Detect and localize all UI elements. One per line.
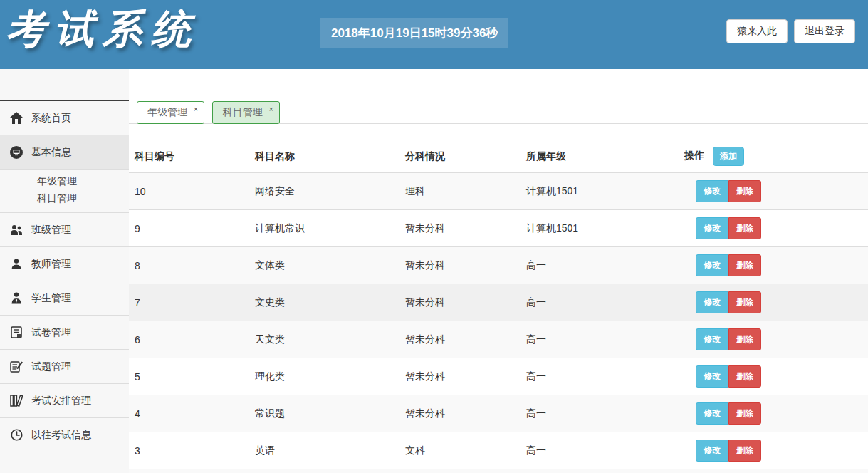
cell-subject-id: 9: [129, 210, 249, 247]
sidebar-item-student[interactable]: 学生管理: [0, 281, 129, 316]
sidebar-item-history-clock[interactable]: 以往考试信息: [0, 418, 129, 452]
cell-grade: 高一: [521, 247, 679, 284]
cell-subject-id: 8: [129, 247, 249, 284]
table-panel: 科目编号科目名称分科情况所属年级操作添加 10网络安全理科计算机1501修改删除…: [129, 124, 868, 473]
table-row: 9计算机常识暂未分科计算机1501修改删除: [129, 210, 868, 247]
delete-button[interactable]: 删除: [728, 402, 761, 425]
sidebar-subitem[interactable]: 科目管理: [0, 190, 129, 207]
delete-button[interactable]: 删除: [728, 440, 761, 462]
table-row: 10网络安全理科计算机1501修改删除: [129, 172, 868, 210]
sidebar-item-basic-info[interactable]: 基本信息: [0, 135, 129, 170]
cell-subject-id: 2: [129, 469, 249, 473]
app-header: 考试系统 2018年10月19日15时39分36秒 猿来入此 退出登录: [0, 0, 868, 69]
cell-actions: 修改删除: [679, 247, 868, 284]
class-group-icon: [9, 224, 24, 236]
table-header-row: 科目编号科目名称分科情况所属年级操作添加: [129, 141, 868, 172]
cell-division: 理科: [399, 172, 521, 210]
cell-subject-id: 6: [129, 321, 249, 358]
cell-actions: 修改删除: [679, 432, 868, 469]
question-edit-icon: [9, 360, 24, 373]
sidebar-item-question-edit[interactable]: 试题管理: [0, 350, 129, 384]
cell-subject-name: 理化类: [249, 358, 399, 395]
tab-科目管理[interactable]: 科目管理×: [212, 101, 280, 124]
subjects-table: 科目编号科目名称分科情况所属年级操作添加 10网络安全理科计算机1501修改删除…: [129, 141, 868, 473]
home-icon: [9, 112, 24, 124]
tab-bar: 年级管理×科目管理×: [129, 101, 868, 124]
teacher-icon: [9, 259, 24, 270]
table-row: 6天文类暂未分科高一修改删除: [129, 321, 868, 358]
add-button[interactable]: 添加: [713, 147, 744, 166]
delete-button[interactable]: 删除: [728, 254, 761, 276]
sidebar-item-class-group[interactable]: 班级管理: [0, 213, 129, 247]
cell-grade: 高一: [521, 395, 679, 432]
sidebar-item-exam-paper[interactable]: 试卷管理: [0, 316, 129, 350]
action-button-group: 修改删除: [696, 254, 761, 276]
cell-subject-name: 文体类: [249, 247, 399, 284]
sidebar-item-label: 试题管理: [31, 360, 71, 373]
sidebar-item-label: 系统首页: [31, 112, 71, 125]
cell-division: 暂未分科: [399, 284, 521, 321]
cell-actions: 修改删除: [679, 321, 868, 358]
cell-grade: 高一: [521, 321, 679, 358]
cell-subject-id: 5: [129, 358, 249, 395]
edit-button[interactable]: 修改: [696, 254, 728, 276]
edit-button[interactable]: 修改: [696, 402, 728, 425]
tab-label: 科目管理: [223, 106, 263, 118]
cell-grade: 高一: [521, 432, 679, 469]
cell-grade: 高一: [521, 284, 679, 321]
delete-button[interactable]: 删除: [728, 180, 761, 202]
header-buttons: 猿来入此 退出登录: [726, 19, 855, 43]
tab-close-icon[interactable]: ×: [269, 106, 273, 113]
tab-close-icon[interactable]: ×: [194, 106, 198, 113]
sidebar-item-label: 试卷管理: [31, 326, 71, 339]
action-button-group: 修改删除: [696, 328, 761, 350]
table-row: 2数学暂未分科高二修改删除: [129, 469, 868, 473]
edit-button[interactable]: 修改: [696, 217, 728, 239]
column-header-1: 科目编号: [129, 141, 249, 172]
logout-button[interactable]: 退出登录: [794, 19, 855, 43]
sidebar: 系统首页基本信息年级管理科目管理班级管理教师管理学生管理试卷管理试题管理考试安排…: [0, 69, 129, 473]
action-button-group: 修改删除: [696, 365, 761, 388]
sidebar-submenu: 年级管理科目管理: [0, 170, 129, 213]
cell-actions: 修改删除: [679, 395, 868, 432]
action-button-group: 修改删除: [696, 180, 761, 202]
cell-actions: 修改删除: [679, 172, 868, 210]
cell-division: 文科: [399, 432, 521, 469]
sidebar-item-books[interactable]: 考试安排管理: [0, 384, 129, 418]
sidebar-item-label: 班级管理: [31, 224, 71, 236]
cell-division: 暂未分科: [399, 395, 521, 432]
cell-actions: 修改删除: [679, 210, 868, 247]
edit-button[interactable]: 修改: [696, 440, 728, 462]
edit-button[interactable]: 修改: [696, 291, 728, 313]
sidebar-item-teacher[interactable]: 教师管理: [0, 247, 129, 281]
cell-subject-name: 网络安全: [249, 172, 399, 210]
page-layout: 系统首页基本信息年级管理科目管理班级管理教师管理学生管理试卷管理试题管理考试安排…: [0, 69, 868, 473]
tab-年级管理[interactable]: 年级管理×: [137, 101, 204, 124]
main-content: 年级管理×科目管理× 科目编号科目名称分科情况所属年级操作添加 10网络安全理科…: [129, 69, 868, 473]
delete-button[interactable]: 删除: [728, 217, 761, 239]
column-header-5: 操作添加: [679, 141, 868, 172]
edit-button[interactable]: 修改: [696, 365, 728, 388]
action-button-group: 修改删除: [696, 291, 761, 313]
sidebar-subitem[interactable]: 年级管理: [0, 173, 129, 190]
delete-button[interactable]: 删除: [728, 328, 761, 350]
sidebar-item-home[interactable]: 系统首页: [0, 101, 129, 135]
edit-button[interactable]: 修改: [696, 328, 728, 350]
column-header-4: 所属年级: [521, 141, 679, 172]
app-logo: 考试系统: [6, 3, 199, 57]
basic-info-icon: [9, 146, 24, 159]
cell-actions: 修改删除: [679, 284, 868, 321]
cell-actions: 修改删除: [679, 469, 868, 473]
action-button-group: 修改删除: [696, 217, 761, 239]
student-icon: [9, 292, 24, 304]
sidebar-item-label: 教师管理: [31, 258, 71, 271]
delete-button[interactable]: 删除: [728, 291, 761, 313]
delete-button[interactable]: 删除: [728, 365, 761, 388]
sidebar-item-label: 学生管理: [31, 292, 71, 305]
action-button-group: 修改删除: [696, 402, 761, 425]
cell-actions: 修改删除: [679, 358, 868, 395]
history-clock-icon: [9, 429, 24, 441]
edit-button[interactable]: 修改: [696, 180, 728, 202]
cell-subject-id: 10: [129, 172, 249, 210]
yuan-lai-ru-ci-button[interactable]: 猿来入此: [726, 19, 788, 43]
